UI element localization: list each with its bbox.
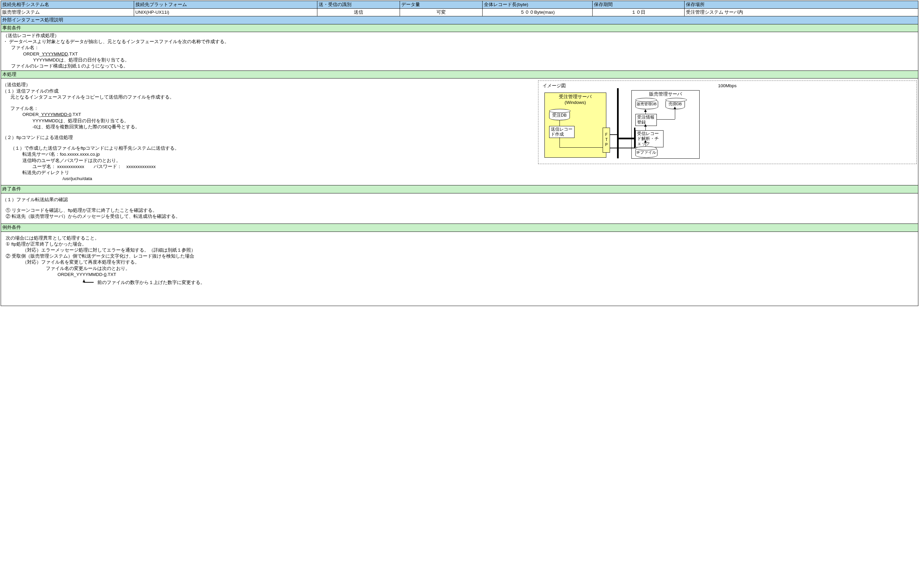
hdr-direction: 送・受信の識別 [318, 1, 400, 9]
end-l1: （１）ファイル転送結果の確認 [2, 197, 917, 203]
pre-l6: ファイルのレコード構成は別紙１のようになっている。 [3, 63, 916, 69]
end-l2: ① リターンコードを確認し、ftp処理が正常に終了したことを確認する。 [2, 207, 917, 213]
exc-l1: 次の場合には処理異常として処理すること。 [2, 235, 917, 241]
val-direction: 送信 [318, 9, 400, 16]
diag-speed: 100Mbps [718, 83, 737, 89]
ftp-box: ＦＴＰ [603, 128, 610, 153]
main-proc-body: （送信処理） （１）送信ファイルの作成 元となるインタフェースファイルをコピーし… [1, 79, 918, 186]
hdr-retention: 保存期間 [593, 1, 684, 9]
exc-l5: （対応）ファイル名を変更して再度本処理を実行する。 [2, 259, 917, 265]
main-l3: 元となるインタフェースファイルをコピーして送信用のファイルを作成する。 [2, 94, 533, 100]
section-exception: 例外条件 [1, 224, 918, 231]
exc-l6: ファイル名の変更ルールは次のとおり。 [2, 266, 917, 271]
diag-title: イメージ図 [543, 83, 566, 89]
section-main-proc: 本処理 [1, 71, 918, 79]
order-db-icon: 受注DB [549, 110, 570, 120]
order-server-name: 受注管理サーバ(Windows) [545, 94, 606, 105]
exc-l7: ORDER_YYYYMMDD-0.TXT [2, 271, 917, 278]
exc-l4: ② 受取側（販売管理システム）側で転送データに文字化け、レコード抜けを検知した場… [2, 253, 917, 259]
val-platform: UNIX(HP-UX11i) [134, 9, 318, 16]
val-reclen: ５００Byte(max) [483, 9, 593, 16]
sales-mgmt-db-icon: 販売管理DB [635, 99, 658, 109]
hdr-reclen: 全体レコード長(byte) [483, 1, 593, 9]
up-arrow-icon [79, 279, 96, 286]
section-end-cond: 終了条件 [1, 186, 918, 193]
send-record-proc: 送信レコード作成 [549, 126, 575, 138]
exc-arrow-note: 前のファイルの数字から１上げた数字に変更する。 [2, 279, 205, 286]
hdr-system: 接続先相手システム名 [1, 1, 134, 9]
main-l1: （送信処理） [2, 82, 533, 88]
pre-l1: （送信レコード作成処理） [3, 33, 916, 39]
main-l10: 転送先サーバ名：foo.xxxxx.xxxx.co.jp [2, 151, 533, 157]
hdr-platform: 接続先プラットフォーム [134, 1, 318, 9]
val-system: 販売管理システム [1, 9, 134, 16]
val-retention: １０日 [593, 9, 684, 16]
main-l2: （１）送信ファイルの作成 [2, 88, 533, 94]
main-l14: /usr/juchu/data [2, 176, 533, 182]
end-cond-body: （１）ファイル転送結果の確認 ① リターンコードを確認し、ftp処理が正常に終了… [1, 193, 918, 224]
main-l11: 送信時のユーザ名／パスワードは次のとおり。 [2, 158, 533, 164]
main-l7: -0は、処理を複数回実施した際のSEQ番号とする。 [2, 124, 533, 130]
val-location: 受注管理システム サーバ内 [684, 9, 918, 16]
main-l9: （１）で作成した送信ファイルをftpコマンドにより相手先システムに送信する。 [2, 145, 533, 151]
architecture-diagram: イメージ図 100Mbps 受注管理サーバ(Windows) 受注DB 送信レコ… [538, 81, 917, 164]
precondition-body: （送信レコード作成処理） ・ データベースより対象となるデータが抽出し、元となる… [1, 32, 918, 71]
main-l6: YYYYMMDDは、処理日の日付を割り当てる。 [2, 118, 533, 124]
val-datavol: 可変 [400, 9, 483, 16]
sales-server-name: 販売管理サーバ [632, 90, 699, 98]
pre-l3: ファイル名： [3, 45, 916, 51]
if-file-icon: IFファイル [635, 148, 658, 158]
end-l3: ② 転送先（販売管理サーバ）からのメッセージを受信して、転送成功を確認する。 [2, 213, 917, 220]
main-l12: ユーザ名： xxxxxxxxxxxx パスワード： xxxxxxxxxxxxx [2, 164, 533, 170]
exc-l3: （対応）エラーメッセージ処理に対してエラーを通知する。（詳細は別紙１参照） [2, 247, 917, 253]
section-interface-desc: 外部インタフェース処理説明 [1, 16, 918, 24]
hdr-datavol: データ量 [400, 1, 483, 9]
pre-l5: YYYYMMDDは、処理日の日付を割り当てる。 [3, 57, 916, 63]
main-l4: ファイル名： [2, 105, 533, 111]
order-mgmt-server-box: 受注管理サーバ(Windows) [545, 92, 606, 158]
section-precondition: 事前条件 [1, 24, 918, 32]
main-l5: ORDER_YYYYMMDD-0.TXT [2, 111, 533, 118]
exception-body: 次の場合には処理異常として処理すること。 ① ftp処理が正常終了しなかった場合… [1, 231, 918, 306]
recv-check-proc: 受信レコード解析・チェック [635, 130, 663, 147]
main-l8: （２）ftpコマンドによる送信処理 [2, 135, 533, 141]
exc-l8: 前のファイルの数字から１上げた数字に変更する。 [97, 280, 205, 285]
pre-l4: ORDER_YYYYMMDD.TXT [3, 51, 916, 57]
spec-document: 接続先相手システム名 接続先プラットフォーム 送・受信の識別 データ量 全体レコ… [1, 1, 918, 306]
exc-l2: ① ftp処理が正常終了しなかった場合。 [2, 241, 917, 247]
pre-l2: ・ データベースより対象となるデータが抽出し、元となるインタフェースファイルを次… [3, 39, 916, 45]
main-l13: 転送先のディレクトリ [2, 170, 533, 176]
hdr-location: 保存場所 [684, 1, 918, 9]
